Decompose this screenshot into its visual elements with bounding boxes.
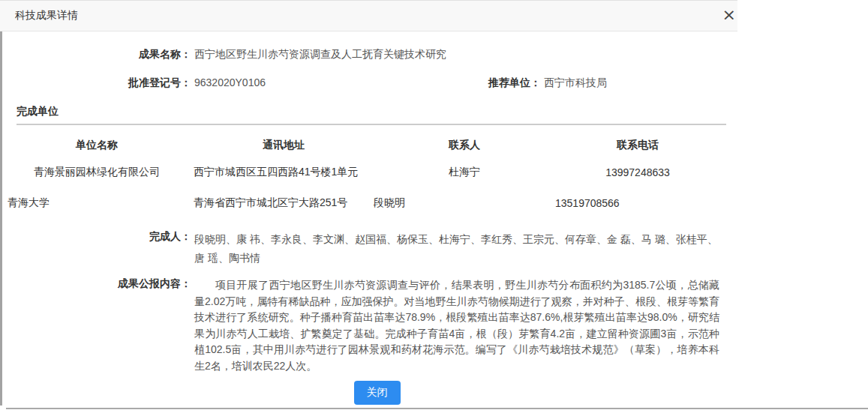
page-bottom-divider [6, 408, 868, 409]
window-left-edge [0, 6, 2, 406]
achievement-detail-modal: 科技成果详情 × 成果名称： 西宁地区野生川赤芍资源调查及人工抚育关键技术研究 … [0, 0, 737, 405]
field-achievement-name: 成果名称： 西宁地区野生川赤芍资源调查及人工抚育关键技术研究 [0, 48, 737, 61]
modal-header: 科技成果详情 × [0, 0, 737, 31]
achievement-name-value: 西宁地区野生川赤芍资源调查及人工抚育关键技术研究 [194, 48, 446, 61]
bulletin-content-value: 项目开展了西宁地区野生川赤芍资源调查与评价，结果表明，野生川赤芍分布面积约为31… [194, 277, 719, 374]
recommender-label: 推荐单位： [419, 76, 541, 90]
completing-persons-label: 完成人： [0, 230, 191, 244]
completing-units-table: 单位名称 通讯地址 联系人 联系电话 青海景丽园林绿化有限公司 西宁市城西区五四… [0, 134, 737, 218]
cell-contact: 杜海宁 [374, 166, 555, 179]
cell-phone: 13997248633 [555, 166, 720, 178]
table-row: 青海大学 青海省西宁市城北区宁大路251号 段晓明 13519708566 [0, 187, 720, 218]
field-registration-row: 批准登记号： 9632020Y0106 推荐单位： 西宁市科技局 [0, 76, 737, 90]
registration-no-label: 批准登记号： [0, 76, 191, 90]
registration-no-value: 9632020Y0106 [194, 76, 419, 88]
table-row: 青海景丽园林绿化有限公司 西宁市城西区五四西路41号楼1单元 杜海宁 13997… [0, 157, 720, 187]
cell-contact: 段晓明 [374, 196, 555, 210]
field-bulletin-content: 成果公报内容： 项目开展了西宁地区野生川赤芍资源调查与评价，结果表明，野生川赤芍… [0, 277, 737, 374]
cell-unit-name: 青海景丽园林绿化有限公司 [0, 166, 194, 179]
completing-persons-value: 段晓明、康 祎、李永良、李文渊、赵国福、杨保玉、杜海宁、李红秀、王宗元、何存章、… [194, 230, 723, 268]
col-header-unit-name: 单位名称 [0, 139, 194, 152]
field-completing-persons: 完成人： 段晓明、康 祎、李永良、李文渊、赵国福、杨保玉、杜海宁、李红秀、王宗元… [0, 230, 737, 268]
col-header-contact: 联系人 [374, 139, 555, 152]
cell-address: 青海省西宁市城北区宁大路251号 [194, 196, 374, 210]
col-header-address: 通讯地址 [194, 139, 374, 152]
achievement-name-label: 成果名称： [0, 48, 191, 61]
modal-title: 科技成果详情 [15, 9, 78, 22]
close-button[interactable]: 关闭 [354, 381, 401, 405]
table-header-row: 单位名称 通讯地址 联系人 联系电话 [0, 134, 720, 157]
cell-phone: 13519708566 [555, 197, 720, 209]
bulletin-content-label: 成果公报内容： [0, 277, 191, 291]
col-header-phone: 联系电话 [555, 139, 720, 152]
completing-units-section-title: 完成单位 [17, 105, 726, 125]
cell-address: 西宁市城西区五四西路41号楼1单元 [194, 166, 374, 179]
cell-unit-name: 青海大学 [0, 196, 194, 210]
close-icon[interactable]: × [722, 7, 736, 23]
recommender-value: 西宁市科技局 [544, 76, 607, 90]
modal-footer: 关闭 [0, 381, 737, 405]
